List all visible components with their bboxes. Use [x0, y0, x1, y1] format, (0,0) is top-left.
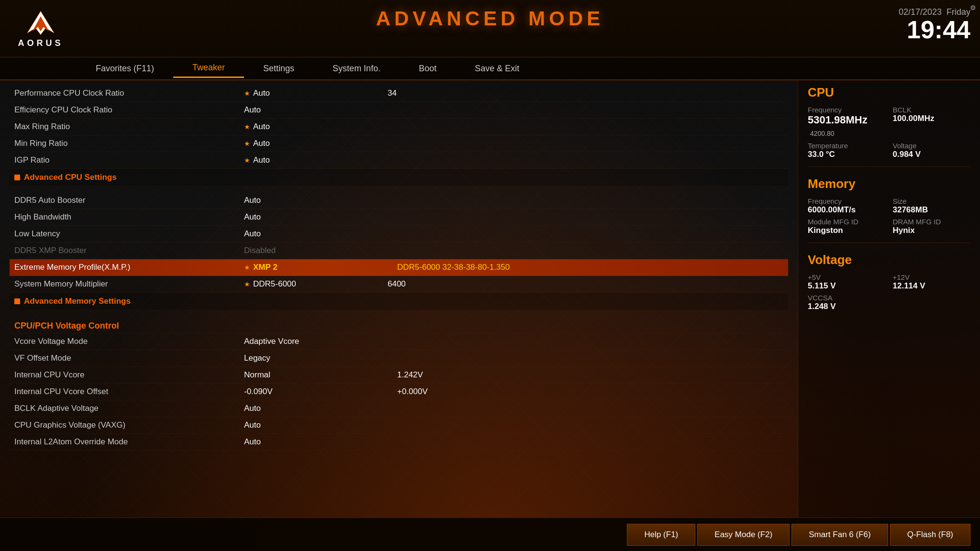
setting-name: System Memory Multiplier [14, 279, 244, 289]
dram-mfg-value: Hynix [893, 226, 971, 235]
bclk-value: 100.00MHz [893, 114, 971, 123]
v12-value: 12.114 V [893, 281, 971, 291]
bclk-label: BCLK [893, 106, 971, 114]
header: AORUS ADVANCED MODE 02/17/2023 Friday 19… [0, 0, 980, 57]
memory-title: Memory [808, 176, 970, 191]
setting-value: -0.090V [244, 387, 388, 397]
row-l2atom[interactable]: Internal L2Atom Override Mode Auto [10, 434, 788, 451]
row-vf-offset[interactable]: VF Offset Mode Legacy [10, 350, 788, 367]
dram-mfg-label: DRAM MFG ID [893, 218, 971, 226]
row-xmp[interactable]: Extreme Memory Profile(X.M.P.) ★ XMP 2 D… [10, 259, 788, 276]
cpu-info-section: CPU Frequency 5301.98MHz 4200.80 BCLK 10… [808, 85, 970, 167]
row-max-ring[interactable]: Max Ring Ratio ★ Auto [10, 119, 788, 135]
setting-name: VF Offset Mode [14, 353, 244, 363]
module-mfg-value: Kingston [808, 226, 886, 235]
nav-save-exit[interactable]: Save & Exit [456, 60, 538, 77]
voltage-info-grid: +5V 5.115 V +12V 12.114 V VCCSA 1.248 V [808, 273, 970, 311]
row-ddr5-auto-booster[interactable]: DDR5 Auto Booster Auto [10, 192, 788, 209]
row-low-latency[interactable]: Low Latency Auto [10, 226, 788, 242]
bullet-icon [14, 175, 20, 180]
setting-value: Auto [244, 229, 388, 239]
row-high-bandwidth[interactable]: High Bandwidth Auto [10, 209, 788, 226]
cpu-voltage-label: Voltage [893, 142, 971, 150]
row-internal-vcore[interactable]: Internal CPU Vcore Normal 1.242V [10, 367, 788, 384]
gear-icon: ⚙ [970, 4, 976, 11]
setting-name: Min Ring Ratio [14, 139, 244, 148]
row-bclk-adaptive[interactable]: BCLK Adaptive Voltage Auto [10, 400, 788, 417]
setting-name: Extreme Memory Profile(X.M.P.) [14, 263, 244, 272]
star-icon: ★ [244, 123, 250, 131]
mem-size-label: Size [893, 197, 971, 205]
cpu-temp-label: Temperature [808, 142, 886, 150]
star-icon: ★ [244, 89, 250, 97]
nav-favorites[interactable]: Favorites (F11) [77, 60, 173, 77]
setting-value: Auto [244, 404, 388, 413]
cpu-freq-value: 5301.98MHz 4200.80 [808, 114, 886, 139]
row-min-ring[interactable]: Min Ring Ratio ★ Auto [10, 135, 788, 152]
row-perf-cpu-clock[interactable]: Performance CPU Clock Ratio ★ Auto 34 [10, 85, 788, 102]
datetime: 02/17/2023 Friday 19:44 [899, 7, 970, 42]
nav-tweaker[interactable]: Tweaker [173, 59, 244, 78]
star-icon: ★ [244, 264, 250, 271]
setting-name: DDR5 Auto Booster [14, 196, 244, 205]
cpu-temp-value: 33.0 °C [808, 150, 886, 159]
section-advanced-memory[interactable]: Advanced Memory Settings [10, 293, 788, 310]
easy-mode-button[interactable]: Easy Mode (F2) [697, 524, 790, 546]
setting-value: Auto [244, 437, 388, 447]
setting-name: Low Latency [14, 229, 244, 239]
setting-name: DDR5 XMP Booster [14, 246, 244, 255]
setting-value2: 1.242V [397, 370, 423, 380]
nav-system-info[interactable]: System Info. [313, 60, 400, 77]
logo-text: AORUS [18, 38, 63, 48]
setting-value2: 6400 [388, 279, 406, 289]
nav-settings[interactable]: Settings [244, 60, 313, 77]
setting-value: Auto [244, 420, 388, 430]
cpu-info-grid: Frequency 5301.98MHz 4200.80 BCLK 100.00… [808, 106, 970, 159]
setting-value: ★ Auto [244, 139, 388, 148]
mem-freq-value: 6000.00MT/s [808, 205, 886, 215]
setting-value: ★ DDR5-6000 [244, 279, 388, 289]
setting-name: Internal L2Atom Override Mode [14, 437, 244, 447]
cpu-freq-label: Frequency [808, 106, 886, 114]
setting-value: Auto [244, 105, 388, 115]
row-vcore-mode[interactable]: Vcore Voltage Mode Adaptive Vcore [10, 333, 788, 350]
setting-value: ★ XMP 2 [244, 263, 388, 272]
setting-value: ★ Auto [244, 155, 388, 165]
qflash-button[interactable]: Q-Flash (F8) [890, 524, 970, 546]
star-icon: ★ [244, 156, 250, 164]
mem-freq-label: Frequency [808, 197, 886, 205]
section-advanced-cpu[interactable]: Advanced CPU Settings [10, 169, 788, 187]
row-igp-ratio[interactable]: IGP Ratio ★ Auto [10, 152, 788, 169]
setting-name: High Bandwidth [14, 212, 244, 222]
nav-boot[interactable]: Boot [400, 60, 456, 77]
setting-value: Adaptive Vcore [244, 337, 388, 346]
v12-label: +12V [893, 273, 971, 281]
row-ddr5-xmp-booster[interactable]: DDR5 XMP Booster Disabled [10, 242, 788, 259]
smart-fan-button[interactable]: Smart Fan 6 (F6) [791, 524, 888, 546]
memory-info-grid: Frequency 6000.00MT/s Size 32768MB Modul… [808, 197, 970, 235]
page-title: ADVANCED MODE [376, 7, 604, 30]
setting-value: Legacy [244, 353, 388, 363]
setting-name: Max Ring Ratio [14, 122, 244, 132]
setting-name: Internal CPU Vcore [14, 370, 244, 380]
row-sys-mem-mult[interactable]: System Memory Multiplier ★ DDR5-6000 640… [10, 276, 788, 293]
setting-name: Internal CPU Vcore Offset [14, 387, 244, 397]
bullet-icon [14, 298, 20, 304]
row-cpu-graphics-volt[interactable]: CPU Graphics Voltage (VAXG) Auto [10, 417, 788, 434]
settings-panel: Performance CPU Clock Ratio ★ Auto 34 Ef… [0, 80, 798, 518]
v5-label: +5V [808, 273, 886, 281]
setting-value: ★ Auto [244, 122, 388, 132]
row-eff-cpu-clock[interactable]: Efficiency CPU Clock Ratio Auto [10, 102, 788, 119]
setting-value2: +0.000V [397, 387, 428, 397]
memory-info-section: Memory Frequency 6000.00MT/s Size 32768M… [808, 176, 970, 243]
voltage-section-header: CPU/PCH Voltage Control [10, 316, 788, 333]
cpu-title: CPU [808, 85, 970, 100]
mem-size-value: 32768MB [893, 205, 971, 215]
setting-value: Normal [244, 370, 388, 380]
row-vcore-offset[interactable]: Internal CPU Vcore Offset -0.090V +0.000… [10, 384, 788, 400]
vccsa-label: VCCSA [808, 294, 886, 302]
setting-value: Auto [244, 196, 388, 205]
module-mfg-label: Module MFG ID [808, 218, 886, 226]
setting-value2: 34 [388, 88, 397, 98]
help-button[interactable]: Help (F1) [627, 524, 695, 546]
